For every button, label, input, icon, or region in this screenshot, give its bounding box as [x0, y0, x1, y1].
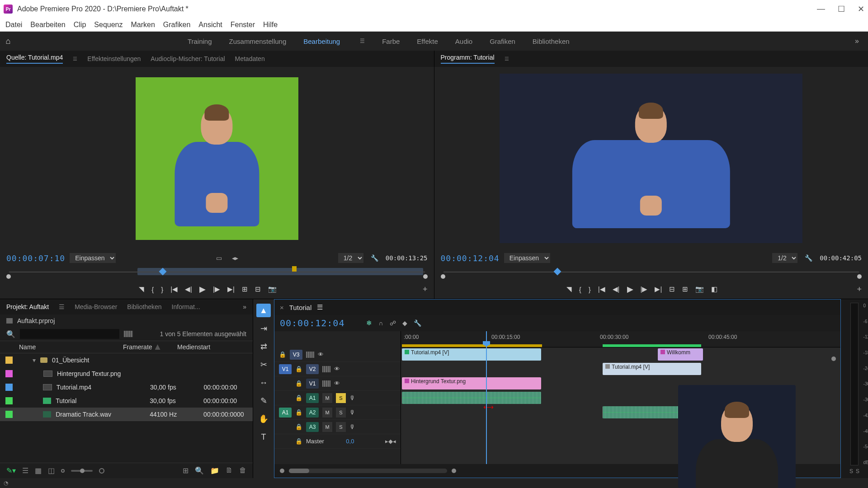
workspace-grafiken[interactable]: Grafiken — [490, 38, 515, 45]
label-color-icon[interactable]: ✎▾ — [6, 466, 16, 475]
prog-extract-icon[interactable]: ⊞ — [682, 285, 688, 293]
eye-icon[interactable]: 👁 — [334, 380, 340, 387]
menu-marken[interactable]: Marken — [131, 21, 155, 29]
prog-compare-icon[interactable]: ◧ — [711, 285, 717, 293]
source-add-button[interactable]: + — [423, 285, 428, 294]
workspace-bibliotheken[interactable]: Bibliotheken — [533, 38, 570, 45]
program-add-button[interactable]: + — [857, 285, 862, 294]
workspace-bearbeitung[interactable]: Bearbeitung — [303, 38, 340, 45]
lock-icon[interactable]: 🔒 — [295, 409, 302, 416]
marker-icon[interactable]: ◆ — [402, 319, 407, 327]
project-search-input[interactable] — [20, 329, 119, 339]
wrench-icon[interactable]: 🔧 — [371, 254, 378, 262]
menu-hilfe[interactable]: Hilfe — [263, 21, 278, 29]
prog-play-icon[interactable]: ▶ — [627, 284, 633, 294]
program-wrench-icon[interactable]: 🔧 — [805, 254, 812, 262]
workspace-training[interactable]: Training — [188, 38, 212, 45]
step-fwd-icon[interactable]: |▶ — [213, 285, 220, 293]
solo-a1[interactable]: S — [336, 393, 346, 403]
lock-icon[interactable]: 🔒 — [295, 366, 302, 372]
source-viewer[interactable] — [136, 77, 298, 240]
clip-audio-a1[interactable] — [402, 392, 541, 404]
sequence-tab[interactable]: Tutorial — [289, 304, 311, 311]
tab-media-browser[interactable]: Media-Browser — [75, 303, 117, 310]
close-button[interactable]: ✕ — [858, 4, 864, 14]
ripple-edit-tool-icon[interactable]: ⇄ — [256, 340, 271, 353]
bin-row-sequence[interactable]: Tutorial 30,00 fps 00:00:00:00 — [0, 394, 253, 408]
link-icon[interactable]: ☍ — [390, 319, 396, 327]
menu-clip[interactable]: Clip — [74, 21, 86, 29]
selection-tool-icon[interactable]: ▲ — [256, 304, 271, 317]
lock-icon[interactable]: 🔒 — [295, 438, 302, 445]
tab-project[interactable]: Projekt: Auftakt — [6, 303, 49, 310]
zoom-min-icon[interactable] — [280, 469, 284, 473]
track-a1[interactable]: A1 — [306, 393, 319, 403]
zoom-handle-icon[interactable] — [452, 469, 456, 473]
workspace-effekte[interactable]: Effekte — [417, 38, 438, 45]
prog-mark-r-icon[interactable]: } — [589, 286, 591, 293]
col-medienstart[interactable]: Medienstart — [177, 343, 210, 351]
lock-icon[interactable]: 🔒 — [295, 380, 302, 387]
filter-bin-icon[interactable] — [124, 331, 133, 337]
workspace-menu-icon[interactable]: ☰ — [360, 38, 365, 44]
tab-audio-mixer[interactable]: Audioclip-Mischer: Tutorial — [151, 55, 225, 62]
goto-in-icon[interactable]: |◀ — [170, 285, 178, 293]
program-timecode[interactable]: 00:00:12:04 — [441, 253, 500, 263]
automate-icon[interactable]: ⊞ — [183, 466, 189, 475]
export-frame-icon[interactable]: 📷 — [268, 285, 277, 293]
workspace-audio[interactable]: Audio — [455, 38, 472, 45]
program-zoom-select[interactable]: 1/2 — [772, 253, 797, 263]
solo-a3[interactable]: S — [336, 422, 346, 432]
workspace-farbe[interactable]: Farbe — [382, 38, 400, 45]
find-icon[interactable]: 🔍 — [195, 466, 204, 475]
mute-a1[interactable]: M — [322, 393, 332, 403]
tab-source-menu-icon[interactable]: ☰ — [73, 56, 77, 62]
hand-tool-icon[interactable]: ✋ — [256, 412, 271, 426]
menu-fenster[interactable]: Fenster — [231, 21, 255, 29]
mute-a3[interactable]: M — [322, 422, 332, 432]
magnet-icon[interactable]: ∩ — [378, 319, 383, 327]
tab-effect-settings[interactable]: Effekteinstellungen — [87, 55, 141, 62]
menu-sequenz[interactable]: Sequenz — [94, 21, 123, 29]
mic-icon[interactable]: 🎙 — [349, 423, 355, 430]
drag-audio-icon[interactable]: ◂▸ — [232, 254, 238, 262]
clip-video-top[interactable]: Tutorial.mp4 [V] — [402, 348, 541, 361]
sync-lock-icon[interactable] — [322, 380, 330, 387]
disclosure-icon[interactable]: ▾ — [33, 357, 36, 364]
program-scrub[interactable] — [441, 266, 862, 280]
program-viewer[interactable] — [500, 74, 802, 243]
drag-video-icon[interactable]: ▭ — [216, 254, 222, 262]
tab-program[interactable]: Programm: Tutorial — [441, 54, 495, 64]
tab-bibliotheken[interactable]: Bibliotheken — [127, 303, 161, 310]
source-scrub[interactable] — [6, 266, 428, 280]
prog-step-fwd-icon[interactable]: |▶ — [641, 285, 648, 293]
sync-lock-icon[interactable] — [306, 352, 314, 358]
slip-tool-icon[interactable]: ↔ — [256, 376, 271, 389]
menu-grafiken[interactable]: Grafiken — [163, 21, 190, 29]
tab-source[interactable]: Quelle: Tutorial.mp4 — [6, 54, 63, 64]
col-framerate[interactable]: Framerate — [123, 343, 173, 351]
bin-row-video[interactable]: Tutorial.mp4 30,00 fps 00:00:00:00 — [0, 380, 253, 394]
keyframe-nav-icon[interactable]: ▸◆◂ — [385, 438, 396, 445]
list-view-icon[interactable]: ☰ — [22, 466, 28, 475]
prog-mark-l-icon[interactable]: { — [579, 286, 581, 293]
col-name[interactable]: Name — [19, 343, 118, 351]
clip-title[interactable]: Willkomm — [658, 348, 703, 361]
timeline-timecode[interactable]: 00:00:12:04 — [280, 318, 344, 328]
minimize-button[interactable]: — — [817, 4, 825, 14]
lock-icon[interactable]: 🔒 — [295, 394, 302, 401]
menu-bearbeiten[interactable]: Bearbeiten — [30, 21, 65, 29]
prog-goto-out-icon[interactable]: ▶| — [655, 285, 662, 293]
prog-export-frame-icon[interactable]: 📷 — [695, 285, 704, 293]
snap-icon[interactable]: ❄ — [366, 319, 372, 327]
maximize-button[interactable]: ☐ — [838, 4, 845, 14]
vertical-scroll-end[interactable] — [831, 357, 836, 361]
thumbnail-zoom-slider[interactable] — [71, 470, 93, 472]
master-value[interactable]: 0,0 — [346, 438, 354, 445]
workspace-zusammenstellung[interactable]: Zusammenstellung — [229, 38, 287, 45]
prog-mark-in-icon[interactable]: ◥ — [566, 285, 572, 293]
prog-step-back-icon[interactable]: ◀| — [613, 285, 620, 293]
icon-view-icon[interactable]: ▦ — [35, 466, 42, 475]
eye-icon[interactable]: 👁 — [318, 351, 324, 358]
new-bin-icon[interactable]: 📁 — [210, 466, 219, 475]
